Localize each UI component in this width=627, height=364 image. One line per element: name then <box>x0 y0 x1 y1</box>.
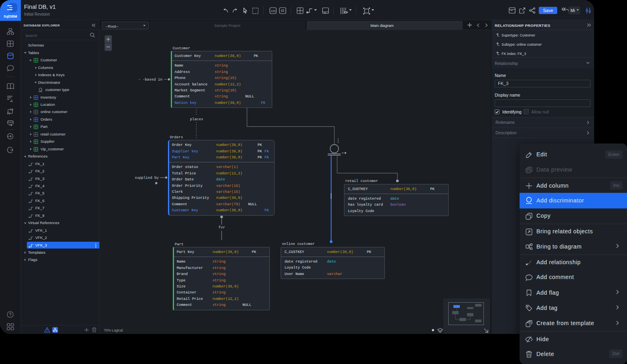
svg-text:100: 100 <box>271 9 276 13</box>
svg-text:A: A <box>10 99 13 102</box>
